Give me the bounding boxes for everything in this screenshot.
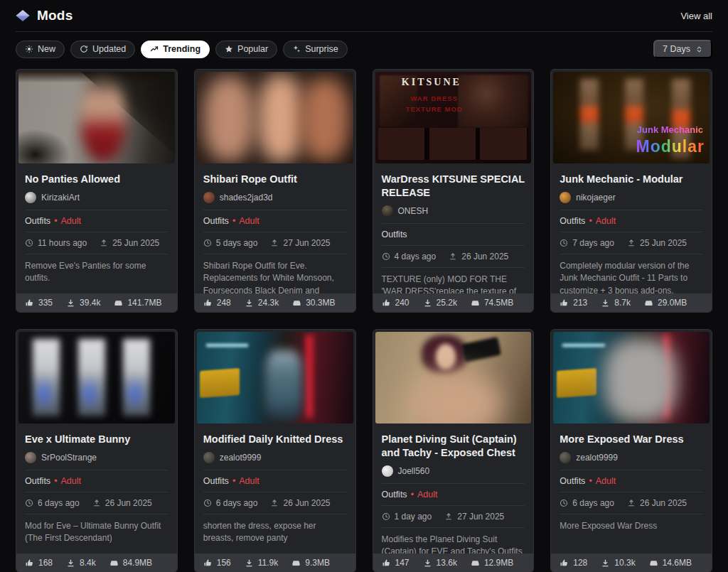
mod-author[interactable]: zealot9999 <box>560 452 703 470</box>
mod-title[interactable]: Modified Daily Knitted Dress <box>203 433 347 446</box>
mod-card[interactable]: Modified Daily Knitted Dress zealot9999 … <box>194 329 356 572</box>
filter-popular[interactable]: Popular <box>215 41 277 58</box>
thumbnail-art <box>436 344 456 369</box>
adult-badge: Adult <box>61 476 82 486</box>
adult-badge: Adult <box>596 216 616 226</box>
mod-title[interactable]: More Exposed War Dress <box>560 433 703 446</box>
mod-title[interactable]: Eve x Ultimate Bunny <box>25 433 168 446</box>
file-size: 12.9MB <box>484 558 513 568</box>
upload-date: 25 Jun 2025 <box>640 238 687 248</box>
mod-author[interactable]: zealot9999 <box>203 452 347 470</box>
file-size-icon <box>109 558 119 568</box>
mod-description: More Exposed War Dress <box>560 514 703 532</box>
author-name: Joell560 <box>398 466 430 476</box>
thumbnail-art <box>557 368 596 398</box>
page-title: Mods <box>37 8 73 23</box>
upload-date: 26 Jun 2025 <box>283 498 330 508</box>
author-name: ONESH <box>398 206 429 216</box>
thumbs-up-icon <box>560 558 569 568</box>
mod-thumbnail[interactable] <box>18 72 175 163</box>
file-size-icon <box>649 558 658 568</box>
mod-category: Outfits <box>382 224 525 246</box>
mod-title[interactable]: WarDress KITSUNE SPECIAL RELEASE <box>382 173 525 200</box>
page-header: Mods View all <box>16 0 712 32</box>
mod-thumbnail[interactable] <box>375 332 532 423</box>
mod-author[interactable]: Joell560 <box>382 465 525 484</box>
filter-new[interactable]: New <box>16 41 65 58</box>
mod-thumbnail[interactable] <box>18 332 175 423</box>
mod-meta: 6 days ago 26 Jun 2025 <box>25 492 168 514</box>
mod-thumbnail[interactable] <box>553 332 710 423</box>
mod-title[interactable]: Junk Mechanic - Modular <box>560 173 703 186</box>
filter-label: Popular <box>237 44 268 54</box>
time-ago: 11 hours ago <box>38 238 87 248</box>
mod-author[interactable]: ONESH <box>382 205 525 224</box>
thumbs-up-icon <box>382 298 391 308</box>
thumbnail-art <box>78 339 105 416</box>
filter-updated[interactable]: Updated <box>70 41 135 58</box>
mod-meta: 5 days ago 27 Jun 2025 <box>203 232 347 254</box>
mod-meta: 4 days ago 26 Jun 2025 <box>382 246 525 268</box>
mod-meta: 6 days ago 26 Jun 2025 <box>203 492 347 514</box>
file-size-icon <box>291 558 301 568</box>
thumbnail-art <box>206 344 248 347</box>
adult-badge: Adult <box>61 216 82 226</box>
mod-category: Outfits•Adult <box>560 470 703 492</box>
filter-surprise[interactable]: Surprise <box>283 41 348 58</box>
mod-thumbnail[interactable] <box>197 72 353 163</box>
time-ago: 6 days ago <box>216 498 258 508</box>
mod-title[interactable]: Planet Diving Suit (Captain) and Tachy -… <box>382 433 525 460</box>
download-icon <box>423 558 432 568</box>
mod-card[interactable]: KITSUNE WAR DRESS TEXTURE MOD WarDress K… <box>373 69 535 313</box>
thumbnail-overlay-subtitle: Modular <box>636 137 705 156</box>
mod-stats: 147 13.6k 12.9MB <box>373 554 534 572</box>
mod-thumbnail[interactable]: KITSUNE WAR DRESS TEXTURE MOD <box>375 72 532 163</box>
mod-meta: 7 days ago 25 Jun 2025 <box>560 232 703 254</box>
mod-title[interactable]: No Panties Allowed <box>25 173 168 186</box>
time-ago: 6 days ago <box>572 498 614 508</box>
downloads-count: 10.3k <box>614 558 635 568</box>
mod-card[interactable]: No Panties Allowed KirizakiArt Outfits•A… <box>16 69 178 313</box>
thumbnail-overlay-title: Junk Mechanic <box>637 124 703 135</box>
mod-thumbnail[interactable] <box>197 332 353 423</box>
mod-thumbnail[interactable]: Junk Mechanic Modular <box>553 72 710 163</box>
thumbnail-art <box>81 76 125 161</box>
time-ago: 7 days ago <box>572 238 614 248</box>
author-name: shades2jad3d <box>220 193 273 203</box>
mod-author[interactable]: SrPoolStrange <box>25 452 168 470</box>
adult-badge: Adult <box>239 216 259 226</box>
likes-count: 213 <box>573 298 587 308</box>
time-range-select[interactable]: 7 Days <box>653 40 712 58</box>
mod-card[interactable]: Junk Mechanic Modular Junk Mechanic - Mo… <box>550 69 712 313</box>
filter-trending[interactable]: Trending <box>141 41 210 58</box>
downloads-count: 25.2k <box>437 298 457 308</box>
clock-icon <box>560 239 568 247</box>
adult-badge: Adult <box>596 476 616 486</box>
time-ago: 1 day ago <box>395 512 432 522</box>
mod-description: Mod for Eve – Ultimate Bunny Outfit (The… <box>25 514 168 545</box>
mod-stats: 248 24.3k 30.3MB <box>195 293 355 312</box>
view-all-link[interactable]: View all <box>680 11 712 21</box>
time-range-value: 7 Days <box>663 44 690 54</box>
mod-card[interactable]: More Exposed War Dress zealot9999 Outfit… <box>550 329 712 572</box>
thumbnail-art <box>604 338 678 423</box>
author-name: nikojaeger <box>576 193 615 203</box>
mod-author[interactable]: nikojaeger <box>560 192 703 210</box>
mod-author[interactable]: shades2jad3d <box>203 192 347 210</box>
mod-category: Outfits•Adult <box>203 210 347 232</box>
mod-author[interactable]: KirizakiArt <box>25 192 168 210</box>
upload-date: 27 Jun 2025 <box>283 238 330 248</box>
mod-card[interactable]: Shibari Rope Outfit shades2jad3d Outfits… <box>194 69 356 313</box>
likes-count: 128 <box>573 558 587 568</box>
time-ago: 4 days ago <box>395 252 437 261</box>
mod-card[interactable]: Planet Diving Suit (Captain) and Tachy -… <box>373 329 535 572</box>
thumbnail-overlay-subtitle: WAR DRESS TEXTURE MOD <box>400 93 469 114</box>
mod-category: Outfits•Adult <box>25 470 168 492</box>
mod-card[interactable]: Eve x Ultimate Bunny SrPoolStrange Outfi… <box>16 329 178 572</box>
mod-title[interactable]: Shibari Rope Outfit <box>203 173 347 186</box>
author-avatar <box>25 452 36 463</box>
mod-meta: 11 hours ago 25 Jun 2025 <box>25 232 168 254</box>
author-avatar <box>25 192 36 203</box>
downloads-count: 8.4k <box>80 558 96 568</box>
refresh-icon <box>80 45 88 53</box>
